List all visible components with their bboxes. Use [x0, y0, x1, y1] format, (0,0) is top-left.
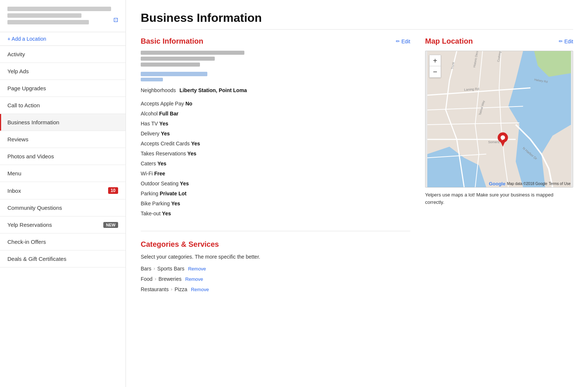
category-bars-sports-bars: Bars › Sports Bars Remove: [141, 266, 410, 272]
sidebar-item-business-information[interactable]: Business Information: [0, 114, 126, 131]
sidebar-item-reviews[interactable]: Reviews: [0, 131, 126, 148]
categories-header: Categories & Services: [141, 240, 410, 249]
chevron-icon: ›: [171, 287, 172, 292]
main-content: Business Information Basic Information ✏…: [126, 0, 588, 387]
sidebar-item-label: Call to Action: [7, 102, 40, 108]
right-column: Map Location ✏ Edit: [425, 37, 573, 297]
sidebar-header: ⊡: [0, 0, 126, 32]
sidebar-item-label: Business Information: [7, 119, 59, 125]
map-edit-label: Edit: [564, 38, 573, 44]
basic-info-title: Basic Information: [141, 37, 203, 46]
phone-line2: [141, 78, 163, 81]
sidebar-item-label: Page Upgrades: [7, 85, 46, 91]
sidebar-item-label: Community Questions: [7, 205, 62, 211]
attr-credit-cards: Accepts Credit Cards Yes: [141, 140, 410, 148]
basic-info-header: Basic Information ✏ Edit: [141, 37, 410, 46]
addr-line1: [141, 51, 244, 55]
sidebar-item-check-in-offers[interactable]: Check-in Offers: [0, 233, 126, 250]
sidebar-item-label: Menu: [7, 170, 21, 176]
sidebar-item-call-to-action[interactable]: Call to Action: [0, 97, 126, 114]
attributes-section: Accepts Apple Pay No Alcohol Full Bar Ha…: [141, 100, 410, 218]
remove-restaurants-link[interactable]: Remove: [191, 287, 209, 292]
pencil-icon: ✏: [559, 38, 563, 44]
biz-address-blurred: [7, 13, 81, 18]
basic-info-edit-link[interactable]: ✏ Edit: [396, 38, 410, 44]
pencil-icon: ✏: [396, 38, 400, 44]
map-attribution: Google Map data ©2018 Google Terms of Us…: [425, 180, 573, 187]
attr-caters: Caters Yes: [141, 160, 410, 168]
sidebar-item-page-upgrades[interactable]: Page Upgrades: [0, 80, 126, 97]
biz-city-blurred: [7, 20, 89, 24]
sidebar-item-label: Activity: [7, 51, 25, 57]
sidebar-item-deals-gift-certificates[interactable]: Deals & Gift Certificates: [0, 250, 126, 267]
basic-information-section: Basic Information ✏ Edit: [141, 37, 410, 218]
sidebar-item-inbox[interactable]: Inbox 10: [0, 182, 126, 199]
remove-bars-link[interactable]: Remove: [188, 266, 206, 272]
zoom-in-button[interactable]: +: [430, 55, 441, 66]
sidebar-item-label: Inbox: [7, 188, 21, 194]
yelp-reservations-badge: NEW: [103, 222, 118, 228]
map-svg: Laning Rd Somers Ln N Harbor Dr Trunk Hi…: [425, 51, 573, 187]
categories-title: Categories & Services: [141, 240, 219, 249]
map-location-title: Map Location: [425, 37, 473, 46]
attr-delivery: Delivery Yes: [141, 130, 410, 138]
attr-alcohol: Alcohol Full Bar: [141, 110, 410, 118]
sidebar-item-label: Yelp Reservations: [7, 222, 52, 228]
attr-take-out: Take-out Yes: [141, 210, 410, 218]
sidebar-item-photos-and-videos[interactable]: Photos and Videos: [0, 148, 126, 165]
neighborhoods-row: Neighborhoods Liberty Station, Point Lom…: [141, 87, 410, 93]
remove-food-link[interactable]: Remove: [185, 276, 203, 282]
sidebar-item-activity[interactable]: Activity: [0, 46, 126, 63]
addr-line3: [141, 63, 200, 67]
map-edit-link[interactable]: ✏ Edit: [559, 38, 573, 44]
content-columns: Basic Information ✏ Edit: [141, 37, 573, 297]
map-container[interactable]: Laning Rd Somers Ln N Harbor Dr Trunk Hi…: [425, 51, 573, 188]
attr-apple-pay: Accepts Apple Pay No: [141, 100, 410, 108]
categories-description: Select your categories. The more specifi…: [141, 254, 410, 260]
left-column: Basic Information ✏ Edit: [141, 37, 410, 297]
sidebar-item-label: Photos and Videos: [7, 153, 54, 159]
chevron-icon: ›: [155, 276, 156, 282]
sidebar-item-label: Deals & Gift Certificates: [7, 256, 66, 262]
categories-section: Categories & Services Select your catego…: [141, 231, 410, 292]
svg-text:Laning Rd: Laning Rd: [464, 87, 479, 91]
inbox-badge: 10: [108, 187, 118, 194]
map-tip: Yelpers use maps a lot! Make sure your b…: [425, 191, 566, 206]
phone-line1: [141, 72, 207, 76]
neighborhoods-value: Liberty Station, Point Loma: [180, 87, 247, 93]
biz-name-blurred: [7, 7, 111, 11]
neighborhoods-label: Neighborhoods: [141, 87, 176, 93]
page-title: Business Information: [141, 11, 573, 30]
attr-bike-parking: Bike Parking Yes: [141, 200, 410, 208]
attr-outdoor-seating: Outdoor Seating Yes: [141, 180, 410, 188]
sidebar-item-label: Yelp Ads: [7, 68, 29, 74]
category-restaurants-pizza: Restaurants › Pizza Remove: [141, 286, 410, 292]
attr-reservations: Takes Reservations Yes: [141, 150, 410, 158]
attr-parking: Parking Private Lot: [141, 190, 410, 198]
addr-line2: [141, 57, 215, 61]
sidebar-item-label: Reviews: [7, 136, 29, 142]
sidebar-item-yelp-ads[interactable]: Yelp Ads: [0, 63, 126, 80]
category-food-breweries: Food › Breweries Remove: [141, 276, 410, 282]
attr-has-tv: Has TV Yes: [141, 120, 410, 128]
sidebar: ⊡ + Add a Location Activity Yelp Ads Pag…: [0, 0, 126, 387]
attr-wifi: Wi-Fi Free: [141, 170, 410, 178]
map-zoom-controls: + −: [429, 55, 441, 78]
add-location-link[interactable]: + Add a Location: [0, 32, 126, 46]
zoom-out-button[interactable]: −: [430, 66, 441, 77]
sidebar-nav: Activity Yelp Ads Page Upgrades Call to …: [0, 46, 126, 267]
address-blurred: [141, 51, 410, 67]
svg-text:y: y: [501, 135, 504, 140]
google-logo: Google: [489, 181, 505, 186]
sidebar-item-label: Check-in Offers: [7, 239, 46, 245]
sidebar-item-yelp-reservations[interactable]: Yelp Reservations NEW: [0, 216, 126, 233]
map-location-header: Map Location ✏ Edit: [425, 37, 573, 46]
basic-info-edit-label: Edit: [401, 38, 410, 44]
sidebar-item-community-questions[interactable]: Community Questions: [0, 199, 126, 216]
terms-of-use-link[interactable]: Terms of Use: [549, 182, 571, 186]
phone-blurred: [141, 72, 410, 81]
map-data-text: Map data ©2018 Google: [507, 182, 547, 186]
sidebar-item-menu[interactable]: Menu: [0, 165, 126, 182]
external-link-icon[interactable]: ⊡: [113, 16, 118, 23]
chevron-icon: ›: [154, 266, 155, 271]
